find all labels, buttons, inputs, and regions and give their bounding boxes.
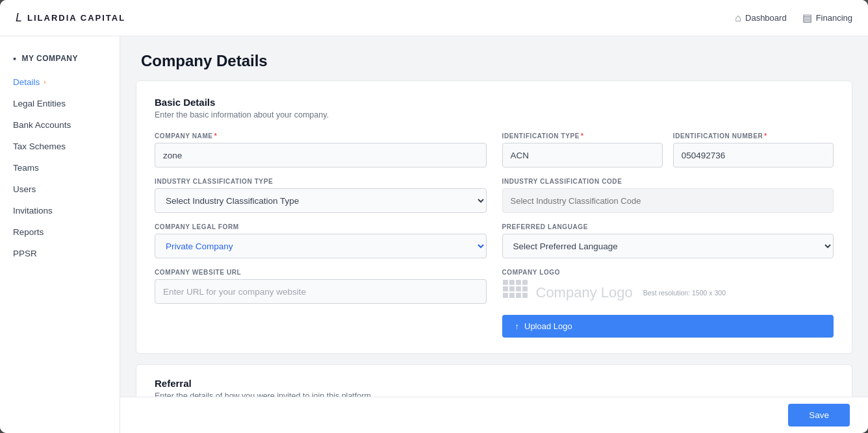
company-name-group: COMPANY NAME* (155, 132, 487, 167)
sidebar-item-legal-entities[interactable]: Legal Entities (0, 93, 120, 114)
svg-rect-3 (522, 280, 528, 285)
sidebar-item-bank-accounts-label: Bank Accounts (13, 120, 71, 130)
financing-nav-item[interactable]: ▤ Financing (802, 12, 852, 24)
company-logo-group: COMPANY LOGO (502, 269, 834, 338)
scrollable-content: Company Details Basic Details Enter the … (120, 36, 868, 397)
svg-rect-10 (516, 293, 521, 298)
svg-rect-6 (516, 286, 521, 291)
chevron-right-icon: › (44, 79, 45, 86)
sidebar-item-reports-label: Reports (13, 227, 44, 237)
identification-number-input[interactable] (673, 143, 834, 167)
company-legal-form-group: COMPANY LEGAL FORM Private Company Publi… (155, 223, 487, 258)
sidebar-item-users-label: Users (13, 184, 36, 194)
referral-section-subtitle: Enter the details of how you were invite… (155, 391, 834, 397)
sidebar: ▪ MY COMPANY Details › Legal Entities Ba… (0, 36, 120, 433)
company-website-url-group: COMPANY WEBSITE URL (155, 269, 487, 338)
building-icon: ▪ (13, 53, 16, 64)
logo-area: L LILARDIA CAPITAL (16, 11, 125, 25)
company-website-url-input[interactable] (155, 279, 487, 304)
dashboard-label: Dashboard (745, 13, 787, 23)
sidebar-item-teams[interactable]: Teams (0, 157, 120, 179)
referral-section-title: Referral (155, 378, 834, 389)
page-title: Company Details (141, 52, 847, 70)
company-logo-hint: Best resolution: 1500 x 300 (643, 289, 726, 297)
basic-details-section-title: Basic Details (155, 97, 834, 108)
preferred-language-label: PREFERRED LANGUAGE (502, 223, 834, 230)
company-website-url-label: COMPANY WEBSITE URL (155, 269, 487, 276)
identification-type-input[interactable] (502, 143, 663, 167)
svg-rect-5 (509, 286, 515, 291)
sidebar-item-teams-label: Teams (13, 163, 39, 173)
main-layout: ▪ MY COMPANY Details › Legal Entities Ba… (0, 36, 868, 433)
company-name-input[interactable] (155, 143, 487, 167)
basic-details-card: Basic Details Enter the basic informatio… (136, 80, 852, 354)
identification-group: IDENTIFICATION TYPE* IDENTIFICATION NUMB… (502, 132, 834, 167)
company-name-label: COMPANY NAME* (155, 132, 487, 140)
company-legal-form-label: COMPANY LEGAL FORM (155, 223, 487, 230)
top-nav: ⌂ Dashboard ▤ Financing (735, 12, 852, 24)
sidebar-section-title: ▪ MY COMPANY (0, 49, 120, 71)
upload-logo-button[interactable]: ↑ Upload Logo (502, 315, 834, 338)
upload-icon: ↑ (515, 321, 520, 331)
dashboard-nav-item[interactable]: ⌂ Dashboard (735, 12, 786, 24)
svg-rect-1 (509, 280, 515, 285)
referral-card: Referral Enter the details of how you we… (136, 364, 852, 397)
sidebar-item-tax-schemes-label: Tax Schemes (13, 142, 66, 151)
form-grid: COMPANY NAME* IDENTIFICATION TYPE* (155, 132, 834, 338)
sidebar-item-ppsr-label: PPSR (13, 249, 37, 258)
svg-rect-8 (503, 293, 508, 298)
industry-classification-code-label: INDUSTRY CLASSIFICATION CODE (502, 178, 834, 185)
company-logo-placeholder-text: Company Logo (536, 284, 633, 301)
sidebar-item-bank-accounts[interactable]: Bank Accounts (0, 114, 120, 136)
financing-icon: ▤ (802, 12, 812, 24)
industry-classification-type-label: INDUSTRY CLASSIFICATION TYPE (155, 178, 487, 185)
sidebar-item-users[interactable]: Users (0, 179, 120, 200)
basic-details-section-subtitle: Enter the basic information about your c… (155, 110, 834, 119)
sidebar-item-tax-schemes[interactable]: Tax Schemes (0, 136, 120, 157)
top-bar: L LILARDIA CAPITAL ⌂ Dashboard ▤ Financi… (0, 0, 868, 36)
svg-rect-9 (509, 293, 515, 298)
save-button[interactable]: Save (788, 404, 850, 427)
preferred-language-group: PREFERRED LANGUAGE Select Preferred Lang… (502, 223, 834, 258)
sidebar-item-reports[interactable]: Reports (0, 221, 120, 243)
identification-type-label: IDENTIFICATION TYPE* (502, 132, 663, 140)
svg-rect-7 (522, 286, 528, 291)
home-icon: ⌂ (735, 12, 741, 24)
sidebar-item-legal-entities-label: Legal Entities (13, 99, 66, 108)
industry-classification-type-select[interactable]: Select Industry Classification Type (155, 188, 487, 213)
identification-number-group: IDENTIFICATION NUMBER* (673, 132, 834, 167)
svg-rect-11 (522, 293, 528, 298)
svg-rect-0 (503, 280, 508, 285)
identification-type-group: IDENTIFICATION TYPE* (502, 132, 663, 167)
logo-placeholder-area: Company Logo Best resolution: 1500 x 300 (502, 279, 834, 306)
preferred-language-select[interactable]: Select Preferred Language English (502, 234, 834, 258)
sidebar-item-invitations[interactable]: Invitations (0, 200, 120, 221)
logo-grid-icon (502, 279, 528, 306)
company-legal-form-select[interactable]: Private Company Public Company (155, 234, 487, 258)
industry-classification-code-group: INDUSTRY CLASSIFICATION CODE (502, 178, 834, 213)
svg-rect-4 (503, 286, 508, 291)
sidebar-item-details-label: Details (13, 77, 40, 87)
sidebar-item-invitations-label: Invitations (13, 206, 53, 216)
industry-classification-type-group: INDUSTRY CLASSIFICATION TYPE Select Indu… (155, 178, 487, 213)
company-logo-label: COMPANY LOGO (502, 269, 834, 276)
industry-classification-code-input (502, 188, 834, 213)
page-header: Company Details (120, 36, 868, 80)
sidebar-item-details[interactable]: Details › (0, 71, 120, 93)
content-with-save: Company Details Basic Details Enter the … (120, 36, 868, 433)
financing-label: Financing (816, 13, 852, 23)
svg-rect-2 (516, 280, 521, 285)
save-bar: Save (120, 397, 868, 433)
sidebar-item-ppsr[interactable]: PPSR (0, 243, 120, 264)
upload-logo-label: Upload Logo (524, 321, 572, 331)
logo-icon: L (16, 11, 22, 25)
logo-text: LILARDIA CAPITAL (27, 13, 125, 23)
identification-number-label: IDENTIFICATION NUMBER* (673, 132, 834, 140)
